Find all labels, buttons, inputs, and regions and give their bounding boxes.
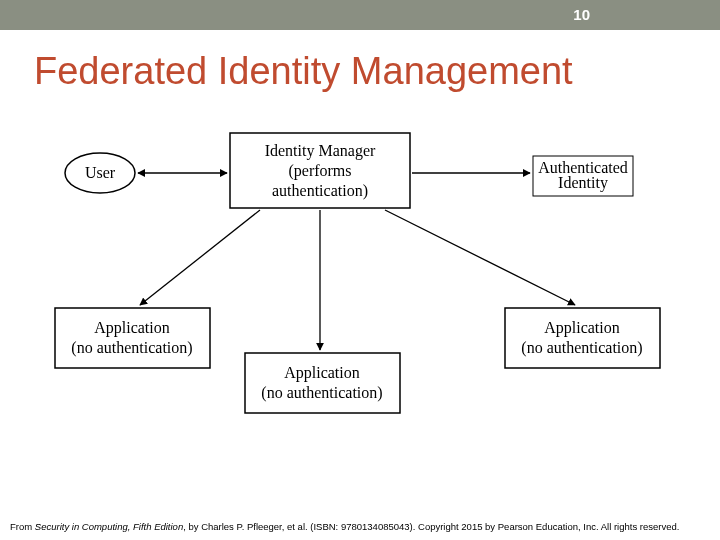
footer-citation: From Security in Computing, Fifth Editio… (10, 521, 679, 532)
idmgr-label-2: (performs (288, 162, 351, 180)
application-node-1 (55, 308, 210, 368)
header-bar: 10 (0, 0, 720, 30)
app2-label-1: Application (284, 364, 360, 382)
page-title: Federated Identity Management (34, 50, 573, 93)
arrow-idmgr-app1 (140, 210, 260, 305)
idmgr-label-3: authentication) (272, 182, 368, 200)
slide-number: 10 (573, 6, 590, 23)
app1-label-2: (no authentication) (71, 339, 192, 357)
footer-book-title: Security in Computing, Fifth Edition (35, 521, 183, 532)
footer-rest: , by Charles P. Pfleeger, et al. (ISBN: … (183, 521, 679, 532)
app3-label-2: (no authentication) (521, 339, 642, 357)
app1-label-1: Application (94, 319, 170, 337)
app3-label-1: Application (544, 319, 620, 337)
app2-label-2: (no authentication) (261, 384, 382, 402)
idmgr-label-1: Identity Manager (265, 142, 376, 160)
application-node-3 (505, 308, 660, 368)
arrow-idmgr-app3 (385, 210, 575, 305)
authid-label-2: Identity (558, 174, 608, 192)
application-node-2 (245, 353, 400, 413)
footer-prefix: From (10, 521, 35, 532)
diagram: User Identity Manager (performs authenti… (50, 118, 670, 458)
user-label: User (85, 164, 116, 181)
